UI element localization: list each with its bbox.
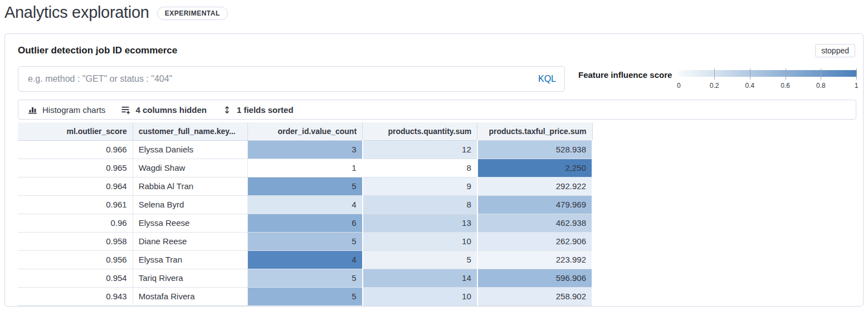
search-input[interactable] [27, 73, 533, 85]
table-cell[interactable]: 223.992 [477, 250, 592, 269]
legend-tick-line [821, 68, 821, 80]
legend-tick-line [856, 68, 857, 80]
table-cell[interactable]: 0.965 [18, 159, 133, 177]
columns-hidden-label: 4 columns hidden [135, 105, 207, 115]
table-cell[interactable]: 0.958 [18, 232, 133, 250]
table-cell[interactable]: 0.966 [18, 140, 133, 159]
table-cell[interactable]: 4 [247, 250, 362, 269]
table-cell[interactable]: 12 [363, 140, 477, 159]
table-cell[interactable]: 5 [363, 250, 477, 269]
legend-tick-label: 0.4 [745, 82, 755, 90]
table-row: 0.958Diane Reese510262.906 [18, 232, 592, 250]
table-row: 0.943Mostafa Rivera510258.902 [18, 287, 592, 305]
table-cell[interactable]: 262.906 [477, 232, 592, 250]
table-cell[interactable]: 528.938 [477, 140, 592, 159]
column-header[interactable]: products.taxful_price.sum [477, 122, 592, 140]
histogram-icon [28, 105, 37, 115]
table-cell[interactable]: 479.969 [477, 195, 592, 214]
table-cell[interactable]: 5 [247, 287, 362, 305]
table-cell[interactable]: 2,250 [477, 159, 592, 177]
legend-gradient-bar [679, 70, 856, 77]
table-cell[interactable]: 14 [363, 269, 477, 287]
job-status-badge: stopped [815, 44, 855, 57]
table-cell[interactable]: 13 [363, 214, 477, 232]
table-cell[interactable]: Rabbia Al Tran [133, 177, 247, 195]
table-cell[interactable]: 4 [247, 195, 362, 214]
page-header: Analytics exploration EXPERIMENTAL [0, 0, 868, 22]
table-row: 0.965Wagdi Shaw182,250 [18, 159, 592, 177]
job-title: Outlier detection job ID ecommerce [18, 45, 177, 56]
table-row: 0.961Selena Byrd48479.969 [18, 195, 592, 214]
fields-sorted-button[interactable]: 1 fields sorted [222, 105, 294, 115]
grid-toolbar: Histogram charts 4 columns hidden 1 fiel… [18, 100, 856, 120]
table-header-row: ml.outlier_scorecustomer_full_name.key..… [18, 122, 592, 140]
column-header[interactable]: ml.outlier_score [18, 122, 133, 140]
table-cell[interactable]: 0.964 [18, 177, 133, 195]
legend-tick-line [714, 68, 715, 80]
fields-sorted-label: 1 fields sorted [237, 105, 294, 115]
table-cell[interactable]: 3 [247, 140, 362, 159]
table-cell[interactable]: 10 [363, 287, 477, 305]
columns-hidden-icon [121, 105, 130, 115]
panel-header: Outlier detection job ID ecommerce stopp… [18, 44, 856, 57]
table-cell[interactable]: 5 [247, 177, 362, 195]
legend-title: Feature influence score [578, 70, 672, 80]
table-cell[interactable]: 258.902 [477, 287, 592, 305]
table-cell[interactable]: Elyssa Tran [133, 250, 247, 269]
table-cell[interactable]: 10 [363, 232, 477, 250]
table-cell[interactable]: 9 [363, 177, 477, 195]
table-cell[interactable]: Diane Reese [133, 232, 247, 250]
table-cell[interactable]: Selena Byrd [133, 195, 247, 214]
column-header[interactable]: customer_full_name.key... [133, 122, 247, 140]
feature-influence-legend: Feature influence score 00.20.40.60.81 [578, 66, 856, 90]
table-row: 0.96Elyssa Reese613462.938 [18, 214, 592, 232]
table-cell[interactable]: 292.922 [477, 177, 592, 195]
table-row: 0.964Rabbia Al Tran59292.922 [18, 177, 592, 195]
table-cell[interactable]: Mostafa Rivera [133, 287, 247, 305]
table-cell[interactable]: Elyssa Daniels [133, 140, 247, 159]
table-cell[interactable]: 0.956 [18, 250, 133, 269]
analytics-exploration-panel: Outlier detection job ID ecommerce stopp… [4, 33, 864, 307]
legend-tick-label: 0.6 [781, 82, 790, 90]
table-row: 0.956Elyssa Tran45223.992 [18, 250, 592, 269]
table-cell[interactable]: 596.906 [477, 269, 592, 287]
table-cell[interactable]: 8 [363, 195, 477, 214]
table-cell[interactable]: Wagdi Shaw [133, 159, 247, 177]
legend-tick-label: 1 [855, 82, 859, 90]
results-table: ml.outlier_scorecustomer_full_name.key..… [18, 122, 593, 306]
table-body: 0.966Elyssa Daniels312528.9380.965Wagdi … [18, 140, 592, 305]
table-cell[interactable]: 6 [247, 214, 362, 232]
page-title: Analytics exploration [4, 3, 149, 22]
table-cell[interactable]: Elyssa Reese [133, 214, 247, 232]
columns-hidden-button[interactable]: 4 columns hidden [121, 105, 207, 115]
search-box: KQL [18, 66, 565, 92]
table-cell[interactable]: 0.961 [18, 195, 133, 214]
legend-tick-line [786, 68, 786, 80]
table-cell[interactable]: 1 [247, 159, 362, 177]
kql-button[interactable]: KQL [533, 74, 556, 84]
column-header[interactable]: products.quantity.sum [363, 122, 477, 140]
legend-tick-label: 0 [677, 82, 681, 90]
sort-icon [222, 105, 232, 115]
legend-tick-label: 0.8 [816, 82, 826, 90]
table-cell[interactable]: 0.954 [18, 269, 133, 287]
table-cell[interactable]: 5 [247, 269, 362, 287]
table-cell[interactable]: 0.96 [18, 214, 133, 232]
table-row: 0.954Tariq Rivera514596.906 [18, 269, 592, 287]
table-cell[interactable]: Tariq Rivera [133, 269, 247, 287]
histogram-charts-label: Histogram charts [42, 105, 105, 115]
legend-tick-label: 0.2 [710, 82, 719, 90]
table-row: 0.966Elyssa Daniels312528.938 [18, 140, 592, 159]
experimental-badge: EXPERIMENTAL [157, 7, 228, 20]
legend-ticks: 00.20.40.60.81 [679, 70, 856, 90]
table-cell[interactable]: 5 [247, 232, 362, 250]
histogram-charts-button[interactable]: Histogram charts [28, 105, 105, 115]
legend-tick-line [750, 68, 750, 80]
table-cell[interactable]: 462.938 [477, 214, 592, 232]
table-cell[interactable]: 0.943 [18, 287, 133, 305]
column-header[interactable]: order_id.value_count [247, 122, 362, 140]
table-cell[interactable]: 8 [363, 159, 477, 177]
controls-row: KQL Feature influence score 00.20.40.60.… [18, 66, 856, 92]
